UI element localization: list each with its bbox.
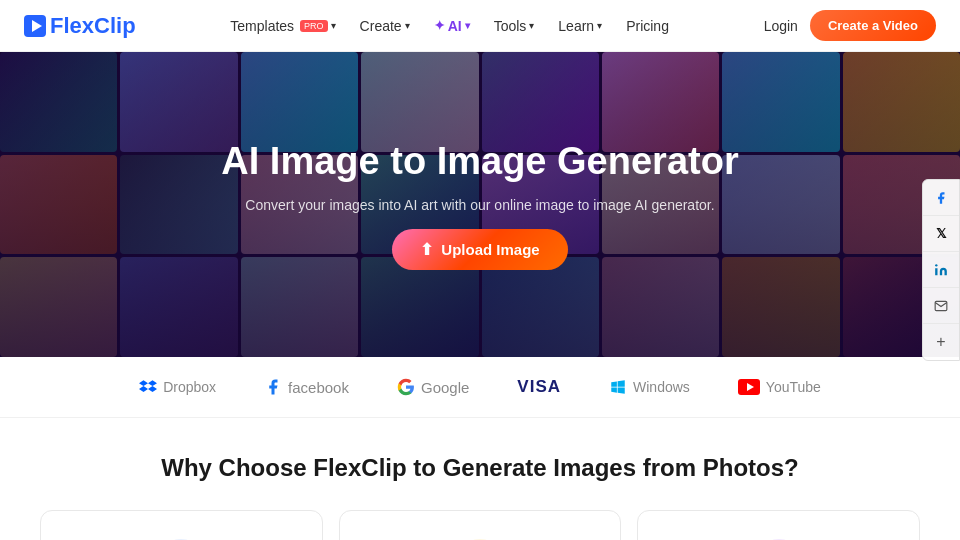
chevron-down-icon: ▾ xyxy=(529,20,534,31)
dropbox-icon xyxy=(139,378,157,396)
brands-section: Dropbox facebook Google VISA Windows You… xyxy=(0,357,960,418)
nav-learn[interactable]: Learn ▾ xyxy=(558,18,602,34)
email-share-button[interactable] xyxy=(923,288,959,324)
social-sidebar: 𝕏 + xyxy=(922,179,960,361)
brand-youtube: YouTube xyxy=(738,379,821,395)
nav-tools[interactable]: Tools ▾ xyxy=(494,18,535,34)
facebook-label: facebook xyxy=(288,379,349,396)
why-section: Why Choose FlexClip to Generate Images f… xyxy=(0,418,960,540)
pro-badge: PRO xyxy=(300,20,328,32)
brand-facebook: facebook xyxy=(264,378,349,396)
create-video-button[interactable]: Create a Video xyxy=(810,10,936,41)
logo-text: FlexClip xyxy=(50,13,136,39)
facebook-brand-icon xyxy=(264,378,282,396)
twitter-share-button[interactable]: 𝕏 xyxy=(923,216,959,252)
nav-create[interactable]: Create ▾ xyxy=(360,18,410,34)
login-button[interactable]: Login xyxy=(764,18,798,34)
email-icon xyxy=(934,299,948,313)
nav-pricing[interactable]: Pricing xyxy=(626,18,669,34)
hero-subtitle: Convert your images into AI art with our… xyxy=(245,197,714,213)
facebook-share-button[interactable] xyxy=(923,180,959,216)
nav-ai[interactable]: ✦ AI ▾ xyxy=(434,18,470,34)
feature-high-quality: High-Quality Results The advanced AI mod… xyxy=(339,510,622,540)
google-icon xyxy=(397,378,415,396)
chevron-down-icon: ▾ xyxy=(331,20,336,31)
windows-label: Windows xyxy=(633,379,690,395)
why-title: Why Choose FlexClip to Generate Images f… xyxy=(40,454,920,482)
youtube-label: YouTube xyxy=(766,379,821,395)
upload-image-button[interactable]: ⬆ Upload Image xyxy=(392,229,567,270)
brand-windows: Windows xyxy=(609,378,690,396)
dropbox-label: Dropbox xyxy=(163,379,216,395)
navbar: FlexClip Templates PRO ▾ Create ▾ ✦ AI ▾… xyxy=(0,0,960,52)
nav-items: Templates PRO ▾ Create ▾ ✦ AI ▾ Tools ▾ … xyxy=(230,18,669,34)
linkedin-icon xyxy=(934,263,948,277)
more-share-button[interactable]: + xyxy=(923,324,959,360)
plus-icon: + xyxy=(936,333,945,351)
sparkle-icon: ✦ xyxy=(434,18,445,33)
nav-actions: Login Create a Video xyxy=(764,10,936,41)
chevron-down-icon: ▾ xyxy=(597,20,602,31)
brand-visa: VISA xyxy=(517,377,561,397)
x-icon: 𝕏 xyxy=(936,226,946,241)
brand-google: Google xyxy=(397,378,469,396)
facebook-icon xyxy=(934,191,948,205)
upload-icon: ⬆ xyxy=(420,240,433,259)
hero-section: AI Image to Image Generator Convert your… xyxy=(0,52,960,357)
brand-dropbox: Dropbox xyxy=(139,378,216,396)
svg-point-2 xyxy=(935,264,937,266)
youtube-icon xyxy=(738,379,760,395)
hero-content: AI Image to Image Generator Convert your… xyxy=(0,52,960,357)
chevron-down-icon: ▾ xyxy=(405,20,410,31)
nav-templates[interactable]: Templates PRO ▾ xyxy=(230,18,335,34)
linkedin-share-button[interactable] xyxy=(923,252,959,288)
features-grid: Keep Updated Our image to image generato… xyxy=(40,510,920,540)
windows-icon xyxy=(609,378,627,396)
logo[interactable]: FlexClip xyxy=(24,13,136,39)
chevron-down-icon: ▾ xyxy=(465,20,470,31)
hero-title: AI Image to Image Generator xyxy=(221,139,738,185)
logo-icon xyxy=(24,15,46,37)
feature-keep-updated: Keep Updated Our image to image generato… xyxy=(40,510,323,540)
google-label: Google xyxy=(421,379,469,396)
feature-rich-ai: AI Rich AI Features We provide many AI t… xyxy=(637,510,920,540)
visa-label: VISA xyxy=(517,377,561,397)
